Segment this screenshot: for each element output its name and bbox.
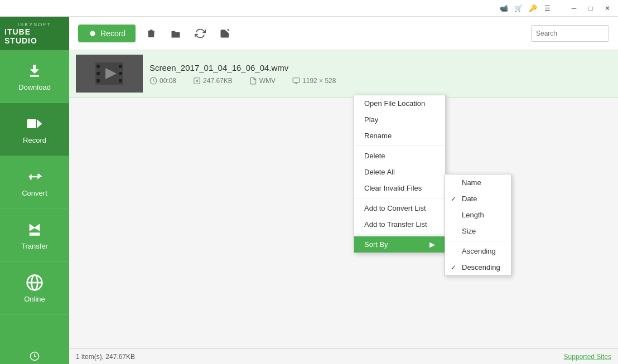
svg-rect-10	[96, 79, 100, 82]
record-btn-label: Record	[100, 29, 125, 38]
ctx-divider-1	[354, 145, 445, 146]
toolbar: Record	[69, 17, 618, 50]
table-row[interactable]: Screen_2017_01_04_16_06_04.wmv 00:08	[69, 50, 618, 98]
check-icon: ✓	[451, 195, 456, 203]
file-thumbnail	[76, 55, 143, 93]
clock-meta-icon	[149, 77, 157, 85]
ctx-clear-invalid[interactable]: Clear Invalid Files	[354, 180, 445, 196]
ctx-sort-by[interactable]: Sort By ▶	[354, 236, 445, 253]
svg-rect-19	[293, 77, 300, 82]
resolution-icon	[292, 77, 300, 85]
svg-rect-12	[119, 72, 122, 75]
sidebar-item-label-online: Online	[24, 295, 45, 303]
file-resolution: 1192 × 528	[292, 77, 336, 85]
convert-icon	[26, 168, 44, 186]
ctx-divider-2	[354, 198, 445, 198]
content-area: Record	[69, 17, 618, 364]
svg-rect-8	[96, 65, 100, 68]
sidebar-item-label-download: Download	[18, 83, 51, 91]
import-icon-button[interactable]	[216, 25, 234, 42]
sidebar-item-online[interactable]: Online	[0, 262, 69, 315]
ctx-add-convert[interactable]: Add to Convert List	[354, 200, 445, 216]
delete-icon	[146, 28, 157, 39]
supported-sites-link[interactable]: Supported Sites	[564, 353, 611, 361]
sort-descending[interactable]: ✓ Descending	[445, 259, 511, 275]
ctx-rename[interactable]: Rename	[354, 128, 445, 144]
ctx-play[interactable]: Play	[354, 111, 445, 128]
titlebar: 📹 🛒 🔑 ☰ ─ □ ✕	[0, 0, 618, 17]
folder-icon-button[interactable]	[167, 25, 185, 42]
file-list: Screen_2017_01_04_16_06_04.wmv 00:08	[69, 50, 618, 348]
app-logo: ISKYSOFT ITUBE STUDIO	[0, 17, 69, 50]
titlebar-icons: 📹 🛒 🔑 ☰ ─ □ ✕	[499, 2, 614, 14]
close-button[interactable]: ✕	[601, 2, 614, 14]
record-button[interactable]: Record	[78, 25, 136, 42]
sort-name[interactable]: Name	[445, 174, 511, 191]
logo-bottom: ITUBE STUDIO	[4, 27, 65, 45]
file-format: WMV	[249, 77, 276, 85]
sidebar-item-label-record: Record	[23, 136, 46, 144]
context-menu: Open File Location Play Rename Delete De…	[354, 95, 446, 253]
transfer-icon	[26, 221, 44, 239]
svg-rect-9	[96, 72, 100, 75]
check-icon-2: ✓	[451, 264, 456, 271]
sort-size[interactable]: Size	[445, 223, 511, 239]
format-icon	[249, 77, 257, 85]
svg-rect-11	[119, 65, 122, 68]
film-icon	[95, 62, 123, 85]
record-btn-icon	[88, 29, 97, 38]
chevron-right-icon: ▶	[429, 240, 435, 249]
sidebar-item-download[interactable]: Download	[0, 50, 69, 103]
search-input[interactable]	[531, 25, 609, 42]
minimize-button[interactable]: ─	[568, 2, 580, 14]
download-icon	[26, 62, 44, 80]
file-info: Screen_2017_01_04_16_06_04.wmv 00:08	[149, 63, 611, 85]
refresh-icon-button[interactable]	[191, 25, 209, 42]
sidebar-item-transfer[interactable]: Transfer	[0, 209, 69, 262]
record-icon	[26, 115, 44, 133]
ctx-delete[interactable]: Delete	[354, 148, 445, 164]
svg-marker-1	[37, 119, 42, 128]
sort-ascending[interactable]: Ascending	[445, 243, 511, 259]
status-text: 1 item(s), 247.67KB	[76, 353, 135, 361]
cart-icon[interactable]: 🛒	[513, 3, 523, 13]
sort-date[interactable]: ✓ Date	[445, 191, 511, 207]
sidebar-item-label-transfer: Transfer	[21, 242, 48, 250]
ctx-add-transfer[interactable]: Add to Transfer List	[354, 216, 445, 232]
online-icon	[26, 274, 44, 292]
sub-divider	[445, 241, 511, 241]
logo-top: ISKYSOFT	[18, 22, 52, 27]
sort-length[interactable]: Length	[445, 207, 511, 223]
ctx-delete-all[interactable]: Delete All	[354, 164, 445, 180]
import-icon	[219, 28, 230, 39]
file-size: 247.67KB	[193, 77, 233, 85]
sidebar-item-record[interactable]: Record	[0, 103, 69, 156]
sort-submenu: Name ✓ Date Length Size Ascending ✓ Desc…	[445, 174, 511, 276]
file-meta: 00:08 247.67KB WMV	[149, 77, 611, 85]
size-icon	[193, 77, 201, 85]
camcorder-icon[interactable]: 📹	[499, 3, 509, 13]
refresh-icon	[195, 28, 206, 39]
ctx-open-file-location[interactable]: Open File Location	[354, 95, 445, 111]
sidebar-item-convert[interactable]: Convert	[0, 156, 69, 209]
ctx-divider-3	[354, 234, 445, 235]
clock-icon	[30, 351, 40, 361]
svg-rect-0	[27, 119, 36, 128]
file-name: Screen_2017_01_04_16_06_04.wmv	[149, 63, 611, 72]
sidebar: ISKYSOFT ITUBE STUDIO Download Record Co…	[0, 17, 69, 364]
delete-icon-button[interactable]	[142, 25, 160, 42]
menu-icon[interactable]: ☰	[542, 3, 552, 13]
statusbar: 1 item(s), 247.67KB Supported Sites	[69, 348, 618, 364]
svg-rect-13	[119, 79, 122, 82]
maximize-button[interactable]: □	[585, 2, 597, 14]
bottom-clock	[0, 348, 69, 364]
file-duration: 00:08	[149, 77, 176, 85]
key-icon[interactable]: 🔑	[528, 3, 538, 13]
svg-point-6	[90, 31, 95, 36]
folder-icon	[170, 28, 181, 39]
sidebar-item-label-convert: Convert	[22, 189, 47, 197]
app-body: ISKYSOFT ITUBE STUDIO Download Record Co…	[0, 17, 618, 364]
